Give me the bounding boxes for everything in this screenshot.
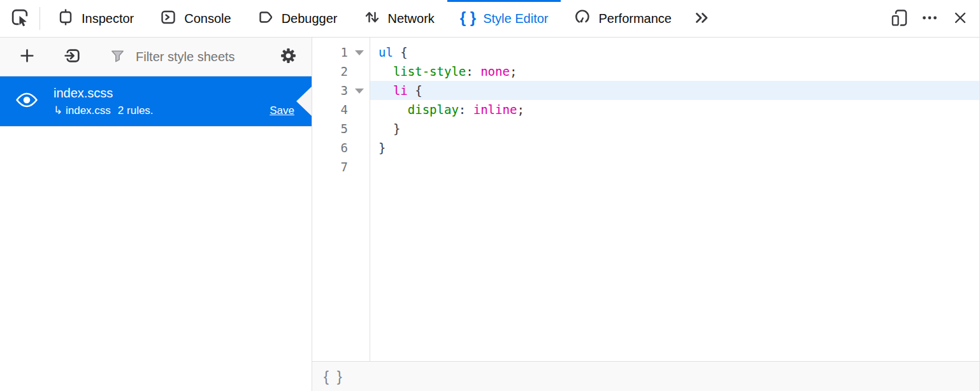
line-number: 1: [312, 43, 348, 62]
meatball-menu-button[interactable]: [914, 0, 945, 37]
line-gutter: 5: [312, 119, 370, 138]
import-stylesheet-button[interactable]: [55, 38, 90, 76]
responsive-design-mode-button[interactable]: [884, 0, 914, 37]
line-gutter: 2: [312, 62, 370, 81]
code-area[interactable]: 1 ul { 2 list-style: none; 3 li { 4 disp…: [312, 38, 979, 361]
source-editor: 1 ul { 2 list-style: none; 3 li { 4 disp…: [312, 38, 979, 391]
tab-label: Console: [184, 11, 231, 26]
editor-footer: { }: [312, 361, 979, 391]
line-gutter: 4: [312, 100, 370, 119]
eye-icon: [15, 90, 39, 112]
filter-funnel-icon: [109, 47, 126, 67]
devtools-window: Inspector Console Debugger: [0, 0, 980, 391]
code-line: 7: [312, 157, 979, 176]
toggle-stylesheet-visibility-button[interactable]: [0, 90, 54, 112]
code-text[interactable]: display: inline;: [370, 100, 979, 119]
line-number: 5: [312, 119, 348, 138]
tab-label: Network: [388, 11, 435, 26]
style-editor-panel: index.scss ↳ index.css 2 rules. Save 1 u…: [0, 38, 979, 391]
stylesheet-sidebar: index.scss ↳ index.css 2 rules. Save: [0, 38, 312, 391]
code-text[interactable]: }: [370, 119, 979, 138]
close-devtools-button[interactable]: [945, 0, 976, 37]
tab-label: Debugger: [282, 11, 338, 26]
chevron-double-right-icon: [693, 9, 711, 29]
tab-network[interactable]: Network: [350, 0, 447, 37]
filter-stylesheets-box: [109, 47, 270, 67]
tab-debugger[interactable]: Debugger: [244, 0, 350, 37]
sidebar-empty-area: [0, 127, 312, 391]
meatball-menu-icon: [921, 9, 939, 29]
sidebar-toolbar: [0, 38, 312, 76]
code-line: 4 display: inline;: [312, 100, 979, 119]
at-rules-sidebar-toggle-button[interactable]: { }: [319, 369, 349, 384]
stylesheet-item-index-scss[interactable]: index.scss ↳ index.css 2 rules. Save: [0, 76, 312, 127]
tab-label: Performance: [598, 11, 672, 26]
line-gutter: 6: [312, 138, 370, 157]
code-text[interactable]: li {: [370, 81, 979, 100]
close-icon: [951, 9, 969, 29]
pick-element-button[interactable]: [0, 0, 40, 37]
tab-label: Inspector: [82, 11, 134, 26]
code-text[interactable]: list-style: none;: [370, 62, 979, 81]
plus-icon: [18, 46, 36, 67]
tab-style-editor[interactable]: { } Style Editor: [447, 0, 561, 37]
filter-stylesheets-input[interactable]: [134, 49, 270, 65]
gutter-divider: [370, 38, 370, 361]
performance-icon: [573, 8, 591, 29]
network-icon: [363, 8, 381, 29]
tab-performance[interactable]: Performance: [561, 0, 684, 37]
code-line: 6 }: [312, 138, 979, 157]
line-number: 7: [312, 157, 348, 176]
tabbar-right-tools: [884, 0, 979, 37]
rules-count-label: 2 rules.: [118, 104, 154, 117]
responsive-design-mode-icon: [890, 8, 909, 29]
code-line: 3 li {: [312, 81, 979, 100]
fold-arrow-icon[interactable]: [348, 87, 370, 94]
style-editor-braces-icon: { }: [460, 10, 476, 25]
line-number: 3: [312, 81, 348, 100]
code-text[interactable]: }: [370, 138, 979, 157]
more-tabs-button[interactable]: [684, 0, 720, 37]
fold-arrow-icon[interactable]: [348, 49, 370, 55]
code-line: 1 ul {: [312, 43, 979, 62]
line-number: 2: [312, 62, 348, 81]
code-text[interactable]: ul {: [370, 43, 979, 62]
toolbar-separator: [40, 7, 40, 30]
tab-strip: Inspector Console Debugger: [44, 0, 684, 37]
line-gutter: 1: [312, 43, 370, 62]
tab-console[interactable]: Console: [147, 0, 243, 37]
line-gutter: 3: [312, 81, 370, 100]
stylesheet-details: ↳ index.css 2 rules. Save: [54, 104, 294, 117]
code-text[interactable]: [370, 157, 979, 176]
line-gutter: 7: [312, 157, 370, 176]
inspector-icon: [57, 8, 75, 29]
line-number: 6: [312, 138, 348, 157]
code-line: 5 }: [312, 119, 979, 138]
devtools-tabbar: Inspector Console Debugger: [0, 0, 979, 38]
options-button[interactable]: [270, 38, 306, 76]
save-link[interactable]: Save: [270, 104, 294, 117]
linked-file-label: ↳ index.css: [54, 104, 111, 117]
debugger-icon: [257, 8, 275, 29]
line-number: 4: [312, 100, 348, 119]
new-stylesheet-button[interactable]: [10, 38, 44, 76]
tab-inspector[interactable]: Inspector: [44, 0, 147, 37]
stylesheet-info: index.scss ↳ index.css 2 rules. Save: [54, 85, 312, 117]
console-icon: [159, 8, 177, 29]
selected-item-arrow: [296, 87, 312, 116]
pick-element-icon: [10, 8, 30, 29]
code-line: 2 list-style: none;: [312, 62, 979, 81]
tab-label: Style Editor: [483, 11, 548, 26]
stylesheet-name: index.scss: [54, 85, 294, 101]
gear-icon: [279, 46, 298, 67]
import-icon: [64, 46, 82, 67]
